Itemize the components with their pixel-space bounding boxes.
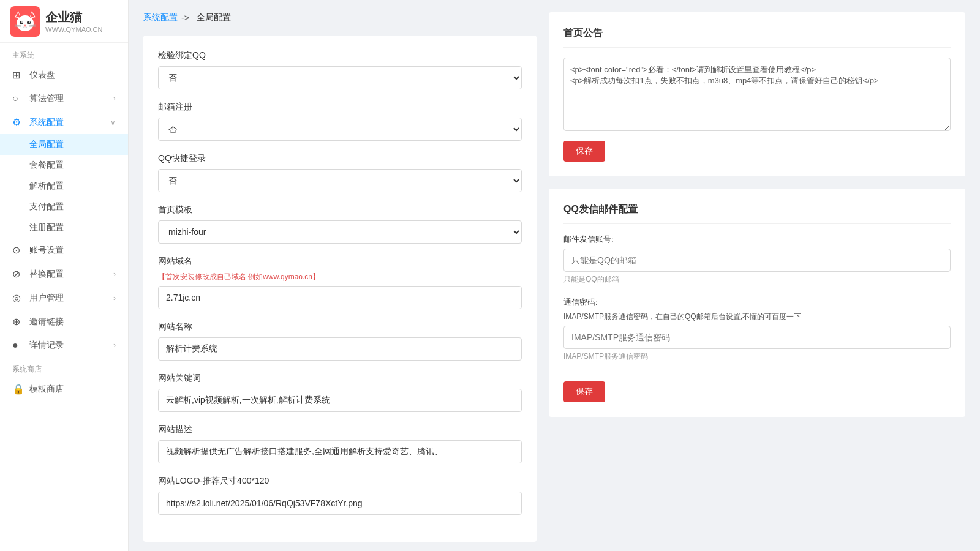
logo-icon	[10, 6, 40, 37]
breadcrumb: 系统配置 -> 全局配置	[143, 12, 537, 23]
sidebar-item-account-settings-label: 账号设置	[29, 245, 64, 256]
site-logo-input[interactable]	[158, 492, 522, 515]
main-content: 系统配置 -> 全局配置 检验绑定QQ 否 是 邮箱注册	[129, 0, 980, 551]
user-group-icon: ◎	[12, 292, 24, 304]
email-card: QQ发信邮件配置 邮件发信账号: 只能是QQ的邮箱 通信密码: IMAP/SMT…	[549, 189, 965, 417]
logo-title: 企业猫	[45, 9, 103, 26]
email-password-hint: IMAP/SMTP服务通信密码	[564, 351, 951, 362]
sidebar-item-algorithm-label: 算法管理	[29, 93, 64, 104]
form-group-verify-qq: 检验绑定QQ 否 是	[158, 50, 522, 89]
qq-login-select[interactable]: 否 是	[158, 169, 522, 192]
sidebar-item-replace-config[interactable]: ⊘ 替换配置 ›	[0, 262, 128, 286]
notice-card: 首页公告 <p><font color="red">必看：</font>请到解析…	[549, 12, 965, 176]
form-group-site-name: 网站名称	[158, 321, 522, 361]
email-password-input[interactable]	[564, 326, 951, 349]
breadcrumb-parent[interactable]: 系统配置	[143, 12, 178, 23]
email-card-title: QQ发信邮件配置	[564, 203, 951, 224]
sidebar-item-template-store[interactable]: 🔒 模板商店	[0, 377, 128, 401]
svg-point-6	[20, 21, 23, 24]
email-register-select[interactable]: 否 是	[158, 118, 522, 141]
sidebar: 企业猫 WWW.QYMAO.CN 主系统 ⊞ 仪表盘 ○ 算法管理 › ⚙ 系统…	[0, 0, 129, 551]
site-domain-hint: 【首次安装修改成自己域名 例如www.qymao.cn】	[158, 272, 522, 282]
section-main-label: 主系统	[0, 43, 128, 63]
email-password-group: 通信密码: IMAP/SMTP服务通信密码，在自己的QQ邮箱后台设置,不懂的可百…	[564, 297, 951, 362]
search-icon: ⊘	[12, 268, 24, 280]
dot-circle-icon: ●	[12, 340, 24, 351]
email-sender-label: 邮件发信账号:	[564, 234, 951, 245]
notice-card-title: 首页公告	[564, 27, 951, 48]
sidebar-item-user-management[interactable]: ◎ 用户管理 ›	[0, 286, 128, 310]
form-group-home-template: 首页模板 mizhi-four mizhi-one mizhi-two mizh…	[158, 204, 522, 244]
email-register-label: 邮箱注册	[158, 102, 522, 113]
form-group-qq-login: QQ快捷登录 否 是	[158, 153, 522, 192]
sidebar-sub-parse-config-label: 解析配置	[29, 181, 64, 190]
form-group-email-register: 邮箱注册 否 是	[158, 102, 522, 141]
site-name-label: 网站名称	[158, 321, 522, 332]
sidebar-sub-pay-config[interactable]: 支付配置	[0, 197, 128, 217]
logo-subtitle: WWW.QYMAO.CN	[45, 26, 103, 33]
form-group-site-domain: 网站域名 【首次安装修改成自己域名 例如www.qymao.cn】	[158, 256, 522, 309]
site-keywords-input[interactable]	[158, 389, 522, 412]
verify-qq-select[interactable]: 否 是	[158, 66, 522, 89]
email-sender-input[interactable]	[564, 249, 951, 272]
person-plus-icon: ⊕	[12, 316, 24, 328]
sidebar-item-invite-link[interactable]: ⊕ 邀请链接	[0, 310, 128, 334]
sidebar-sub-register-config-label: 注册配置	[29, 222, 64, 232]
chevron-right-icon: ›	[113, 94, 116, 103]
sidebar-item-detail-records[interactable]: ● 详情记录 ›	[0, 334, 128, 357]
home-template-label: 首页模板	[158, 204, 522, 216]
sidebar-item-dashboard[interactable]: ⊞ 仪表盘	[0, 63, 128, 87]
lock-icon: 🔒	[12, 383, 24, 395]
chevron-right-icon-4: ›	[113, 341, 116, 350]
sidebar-sub-package-config-label: 套餐配置	[29, 160, 64, 170]
sidebar-item-system-config-label: 系统配置	[29, 117, 64, 128]
email-sender-hint: 只能是QQ的邮箱	[564, 274, 951, 285]
site-name-input[interactable]	[158, 337, 522, 361]
sidebar-sub-package-config[interactable]: 套餐配置	[0, 155, 128, 176]
sidebar-item-detail-records-label: 详情记录	[29, 340, 64, 351]
sidebar-sub-global-config[interactable]: 全局配置	[0, 134, 128, 155]
logo-text: 企业猫 WWW.QYMAO.CN	[45, 9, 103, 33]
verify-qq-label: 检验绑定QQ	[158, 50, 522, 61]
person-icon: ⊙	[12, 244, 24, 256]
notice-textarea[interactable]: <p><font color="red">必看：</font>请到解析设置里查看…	[564, 58, 951, 131]
site-desc-label: 网站描述	[158, 424, 522, 435]
chevron-right-icon-2: ›	[113, 270, 116, 279]
sidebar-sub-global-config-label: 全局配置	[29, 139, 64, 149]
content-area: 系统配置 -> 全局配置 检验绑定QQ 否 是 邮箱注册	[129, 0, 980, 551]
right-panel: 首页公告 <p><font color="red">必看：</font>请到解析…	[549, 12, 965, 539]
sidebar-item-user-management-label: 用户管理	[29, 293, 64, 304]
form-group-site-keywords: 网站关键词	[158, 373, 522, 412]
sidebar-sub-pay-config-label: 支付配置	[29, 201, 64, 211]
section-store-label: 系统商店	[0, 357, 128, 377]
user-circle-icon: ○	[12, 93, 24, 104]
sidebar-sub-parse-config[interactable]: 解析配置	[0, 176, 128, 197]
form-group-site-logo: 网站LOGO-推荐尺寸400*120	[158, 476, 522, 515]
sidebar-item-account-settings[interactable]: ⊙ 账号设置	[0, 238, 128, 262]
sidebar-logo: 企业猫 WWW.QYMAO.CN	[0, 0, 128, 43]
chevron-right-icon-3: ›	[113, 294, 116, 302]
site-logo-label: 网站LOGO-推荐尺寸400*120	[158, 476, 522, 487]
chevron-down-icon: ∨	[110, 118, 116, 127]
sidebar-item-template-store-label: 模板商店	[29, 384, 64, 395]
breadcrumb-separator: ->	[181, 13, 189, 23]
site-domain-input[interactable]	[158, 286, 522, 309]
left-panel: 检验绑定QQ 否 是 邮箱注册 否 是 QQ快捷登录	[143, 36, 537, 542]
sidebar-item-replace-config-label: 替换配置	[29, 269, 64, 280]
qq-login-label: QQ快捷登录	[158, 153, 522, 164]
email-sender-group: 邮件发信账号: 只能是QQ的邮箱	[564, 234, 951, 285]
email-save-button[interactable]: 保存	[564, 381, 605, 402]
site-desc-input[interactable]	[158, 440, 522, 463]
sidebar-item-system-config[interactable]: ⚙ 系统配置 ∨	[0, 110, 128, 134]
gear-icon: ⚙	[12, 116, 24, 128]
sidebar-item-algorithm[interactable]: ○ 算法管理 ›	[0, 87, 128, 110]
sidebar-item-dashboard-label: 仪表盘	[29, 70, 55, 81]
home-template-select[interactable]: mizhi-four mizhi-one mizhi-two mizhi-thr…	[158, 220, 522, 244]
sidebar-sub-register-config[interactable]: 注册配置	[0, 217, 128, 238]
notice-save-button[interactable]: 保存	[564, 141, 605, 162]
form-group-site-desc: 网站描述	[158, 424, 522, 463]
svg-point-7	[27, 21, 31, 24]
email-password-label: 通信密码:	[564, 297, 951, 308]
grid-icon: ⊞	[12, 69, 24, 81]
site-domain-label: 网站域名	[158, 256, 522, 267]
